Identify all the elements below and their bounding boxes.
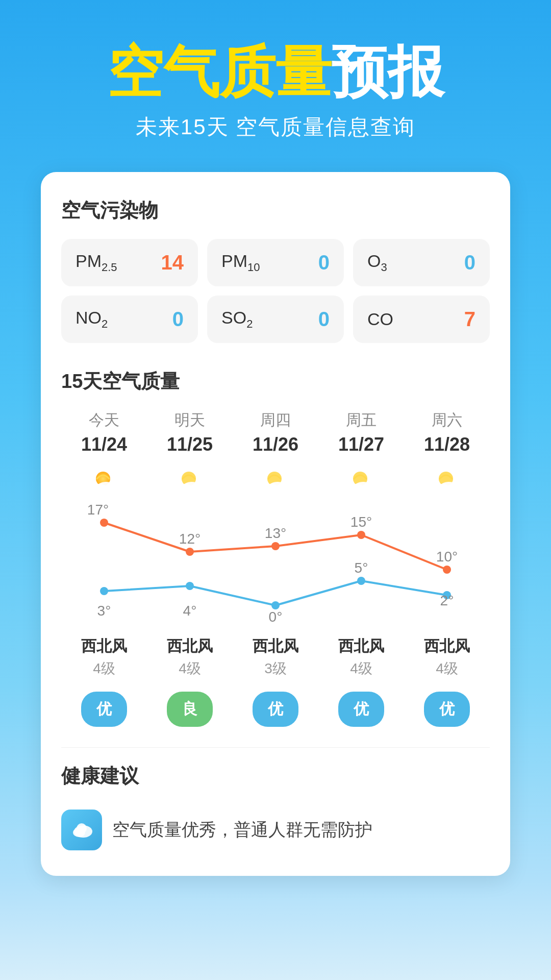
- pollutant-value-co: 7: [464, 308, 475, 331]
- day-label-4: 周六: [432, 410, 462, 431]
- svg-text:15°: 15°: [350, 514, 372, 530]
- wind-direction-2: 西北风: [253, 636, 298, 657]
- day-date-0: 11/24: [81, 434, 127, 455]
- forecast-col-1: 明天 11/25: [147, 410, 233, 465]
- pollutant-name-co: CO: [367, 309, 393, 329]
- svg-text:10°: 10°: [436, 549, 458, 565]
- weather-icons-row: [61, 465, 490, 498]
- svg-point-19: [443, 566, 451, 574]
- pollutants-grid: PM2.5 14 PM10 0 O3 0 NO2 0 SO2 0: [61, 239, 490, 343]
- forecast-col-2: 周四 11/26: [233, 410, 318, 465]
- pollutant-pm25: PM2.5 14: [61, 239, 198, 286]
- svg-text:5°: 5°: [355, 560, 368, 576]
- wind-level-4: 4级: [436, 659, 458, 678]
- pollutant-value-pm25: 14: [161, 251, 184, 274]
- forecast-title: 15天空气质量: [61, 369, 490, 395]
- wind-level-1: 4级: [179, 659, 201, 678]
- pollutant-value-o3: 0: [464, 251, 475, 274]
- pollutant-so2: SO2 0: [207, 296, 344, 343]
- health-icon: [61, 810, 102, 850]
- svg-point-5: [180, 484, 192, 492]
- day-label-3: 周五: [346, 410, 377, 431]
- wind-cell-0: 西北风 4级: [61, 631, 147, 683]
- day-date-1: 11/25: [167, 434, 213, 455]
- quality-badge-3: 优: [338, 692, 384, 727]
- svg-point-14: [437, 484, 449, 492]
- title-yellow: 空气质量: [107, 40, 332, 103]
- wind-direction-0: 西北风: [81, 636, 127, 657]
- forecast-col-4: 周六 11/28: [404, 410, 490, 465]
- quality-badge-wrap-0: 优: [61, 692, 147, 727]
- wind-direction-4: 西北风: [424, 636, 470, 657]
- svg-text:2°: 2°: [440, 593, 454, 608]
- weather-icon-2: [259, 465, 292, 498]
- pollutants-title: 空气污染物: [61, 198, 490, 224]
- svg-text:3°: 3°: [97, 603, 111, 619]
- svg-text:4°: 4°: [183, 603, 197, 619]
- health-advice: 空气质量优秀，普通人群无需防护: [112, 818, 372, 842]
- day-date-3: 11/27: [338, 434, 384, 455]
- wind-cell-4: 西北风 4级: [404, 631, 490, 683]
- wind-direction-1: 西北风: [167, 636, 213, 657]
- pollutant-pm10: PM10 0: [207, 239, 344, 286]
- quality-badge-wrap-4: 优: [404, 692, 490, 727]
- title-white: 预报: [332, 40, 444, 103]
- weather-icon-3: [345, 465, 378, 498]
- day-date-4: 11/28: [424, 434, 470, 455]
- cloud-icon: [69, 817, 94, 843]
- pollutant-name-so2: SO2: [221, 308, 253, 331]
- wind-cell-2: 西北风 3级: [233, 631, 318, 683]
- quality-badge-1: 良: [167, 692, 213, 727]
- svg-text:0°: 0°: [269, 609, 283, 625]
- health-section: 健康建议 空气质量优秀，普通人群无需防护: [61, 747, 490, 855]
- wind-cell-3: 西北风 4级: [318, 631, 404, 683]
- forecast-header-grid: 今天 11/24 明天 11/25 周四 11/26 周五 11/27 周六: [61, 410, 490, 465]
- wind-level-2: 3级: [264, 659, 287, 678]
- svg-point-27: [271, 601, 280, 609]
- pollutant-no2: NO2 0: [61, 296, 198, 343]
- weather-icon-col-2: [233, 465, 318, 498]
- main-card: 空气污染物 PM2.5 14 PM10 0 O3 0 NO2 0: [41, 172, 510, 876]
- forecast-section: 15天空气质量 今天 11/24 明天 11/25 周四 11/26 周五 11…: [61, 369, 490, 727]
- quality-badge-wrap-1: 良: [147, 692, 233, 727]
- pollutant-name-o3: O3: [367, 251, 387, 274]
- weather-icon-4: [431, 465, 463, 498]
- subtitle: 未来15天 空气质量信息查询: [107, 113, 444, 141]
- svg-point-2: [94, 484, 106, 492]
- forecast-col-3: 周五 11/27: [318, 410, 404, 465]
- pollutant-value-pm10: 0: [318, 251, 330, 274]
- weather-icon-col-0: [61, 465, 147, 498]
- svg-point-16: [186, 548, 194, 556]
- pollutant-o3: O3 0: [353, 239, 490, 286]
- quality-badge-4: 优: [424, 692, 470, 727]
- quality-badge-wrap-3: 优: [318, 692, 404, 727]
- quality-badge-2: 优: [253, 692, 298, 727]
- pollutant-name-pm10: PM10: [221, 251, 260, 274]
- svg-point-15: [100, 519, 108, 527]
- day-label-2: 周四: [260, 410, 291, 431]
- wind-level-0: 4级: [93, 659, 115, 678]
- svg-point-11: [351, 484, 363, 492]
- weather-icon-col-4: [404, 465, 490, 498]
- health-title: 健康建议: [61, 763, 490, 789]
- svg-point-17: [271, 542, 280, 550]
- svg-point-37: [77, 823, 87, 834]
- svg-text:12°: 12°: [179, 531, 201, 547]
- pollutant-value-no2: 0: [172, 308, 184, 331]
- forecast-col-0: 今天 11/24: [61, 410, 147, 465]
- header-section: 空气质量预报 未来15天 空气质量信息查询: [87, 41, 464, 141]
- wind-row: 西北风 4级 西北风 4级 西北风 3级 西北风 4级 西北风 4级: [61, 631, 490, 683]
- svg-point-28: [357, 577, 365, 585]
- quality-badge-0: 优: [81, 692, 127, 727]
- weather-icon-1: [173, 465, 206, 498]
- wind-cell-1: 西北风 4级: [147, 631, 233, 683]
- svg-text:17°: 17°: [87, 503, 109, 518]
- wind-level-3: 4级: [350, 659, 372, 678]
- svg-text:13°: 13°: [265, 525, 286, 541]
- wind-direction-3: 西北风: [338, 636, 384, 657]
- pollutant-name-pm25: PM2.5: [76, 251, 117, 274]
- quality-row: 优 良 优 优 优: [61, 692, 490, 727]
- temperature-chart: 17° 12° 13° 15° 10° 3° 4° 0°: [61, 503, 490, 626]
- temp-chart-svg: 17° 12° 13° 15° 10° 3° 4° 0°: [61, 503, 490, 626]
- pollutant-value-so2: 0: [318, 308, 330, 331]
